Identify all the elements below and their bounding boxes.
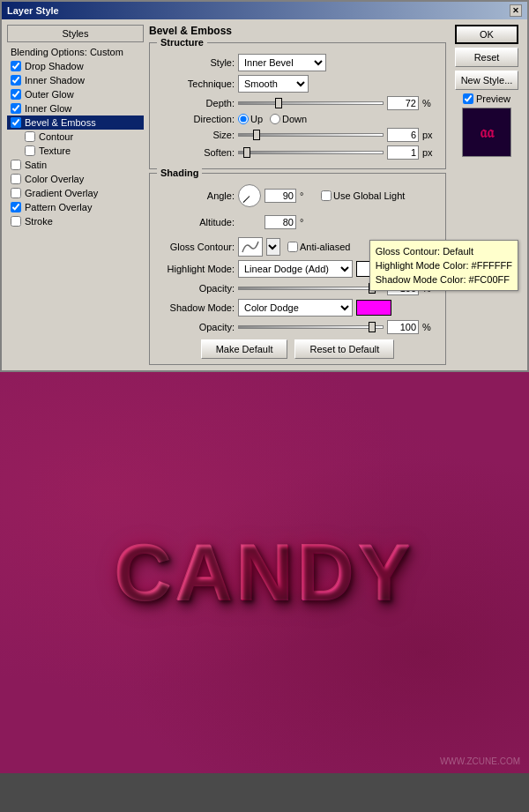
sidebar-item-outer-glow[interactable]: Outer Glow <box>7 87 144 101</box>
stroke-checkbox[interactable] <box>11 216 21 227</box>
highlight-opacity-label: Opacity: <box>155 283 235 294</box>
direction-down-option[interactable]: Down <box>270 114 307 124</box>
sidebar-item-color-overlay[interactable]: Color Overlay <box>7 172 144 186</box>
style-label: Style: <box>155 57 235 68</box>
depth-unit: % <box>422 98 440 108</box>
dialog-title: Layer Style <box>7 5 59 16</box>
shadow-mode-select[interactable]: Color Dodge Normal Multiply <box>238 299 353 317</box>
style-row: Style: Inner Bevel Outer Bevel Emboss <box>155 54 440 71</box>
satin-label: Satin <box>25 160 47 170</box>
shadow-mode-label: Shadow Mode: <box>155 302 235 313</box>
color-overlay-label: Color Overlay <box>25 174 84 184</box>
texture-checkbox[interactable] <box>25 145 35 156</box>
satin-checkbox[interactable] <box>11 160 21 170</box>
soften-slider[interactable] <box>238 147 384 158</box>
color-overlay-checkbox[interactable] <box>11 174 21 184</box>
sidebar-item-satin[interactable]: Satin <box>7 158 144 172</box>
left-panel: Styles Blending Options: Custom Drop Sha… <box>7 25 144 365</box>
shadow-opacity-slider[interactable] <box>238 322 384 332</box>
preview-label-text: Preview <box>476 93 510 104</box>
outer-glow-label: Outer Glow <box>25 89 74 100</box>
canvas-area: CANDY WWW.ZCUNE.COM <box>0 372 529 773</box>
title-bar: Layer Style ✕ <box>2 2 527 19</box>
style-select[interactable]: Inner Bevel Outer Bevel Emboss <box>238 54 326 71</box>
contour-preview-icon <box>241 240 260 254</box>
technique-label: Technique: <box>155 78 235 89</box>
use-global-light-checkbox[interactable] <box>321 190 332 201</box>
middle-panel: Bevel & Emboss Structure Style: Inner Be… <box>149 25 446 365</box>
highlight-opacity-slider[interactable] <box>238 283 384 294</box>
styles-header[interactable]: Styles <box>7 25 144 42</box>
sidebar-item-pattern-overlay[interactable]: Pattern Overlay <box>7 200 144 214</box>
drop-shadow-label: Drop Shadow <box>25 61 84 71</box>
texture-label: Texture <box>39 145 71 156</box>
tooltip-line1: Gloss Contour: Default <box>376 244 512 258</box>
sidebar-item-inner-shadow[interactable]: Inner Shadow <box>7 73 144 87</box>
angle-input[interactable] <box>264 189 296 203</box>
bevel-emboss-checkbox[interactable] <box>11 117 21 128</box>
structure-title: Structure <box>157 37 207 48</box>
pattern-overlay-label: Pattern Overlay <box>25 202 92 212</box>
direction-up-option[interactable]: Up <box>238 114 263 124</box>
anti-aliased-checkbox[interactable] <box>287 242 298 252</box>
technique-select[interactable]: Smooth Chisel Hard Chisel Soft <box>238 75 309 93</box>
direction-up-radio[interactable] <box>238 114 249 124</box>
new-style-button[interactable]: New Style... <box>455 71 518 90</box>
shadow-opacity-input[interactable] <box>387 320 419 334</box>
angle-unit: ° <box>300 190 317 201</box>
angle-circle[interactable] <box>238 184 261 207</box>
depth-input[interactable] <box>387 96 419 110</box>
reset-button[interactable]: Reset <box>455 48 518 67</box>
inner-shadow-checkbox[interactable] <box>11 75 21 86</box>
bevel-emboss-title: Bevel & Emboss <box>149 25 446 37</box>
shading-title: Shading <box>157 168 202 178</box>
highlight-mode-select[interactable]: Linear Dodge (Add) Normal Screen <box>238 260 353 278</box>
anti-aliased-label[interactable]: Anti-aliased <box>287 242 350 252</box>
sidebar-item-contour[interactable]: Contour <box>7 130 144 144</box>
tooltip-box: Gloss Contour: Default Highlight Mode Co… <box>369 240 518 291</box>
ok-button[interactable]: OK <box>455 25 518 44</box>
altitude-input[interactable] <box>264 215 296 229</box>
shadow-opacity-row: Opacity: % <box>155 320 440 334</box>
direction-down-radio[interactable] <box>270 114 280 124</box>
gradient-overlay-label: Gradient Overlay <box>25 188 98 198</box>
highlight-mode-label: Highlight Mode: <box>155 264 235 274</box>
contour-checkbox[interactable] <box>25 131 35 142</box>
outer-glow-checkbox[interactable] <box>11 89 21 100</box>
soften-unit: px <box>422 147 440 158</box>
tooltip-line2: Highlight Mode Color: #FFFFFF <box>376 258 512 272</box>
gloss-contour-box[interactable] <box>238 237 263 257</box>
preview-icon-text: 𝔞𝔞 <box>480 123 494 142</box>
make-default-button[interactable]: Make Default <box>201 339 288 359</box>
dialog-body: Styles Blending Options: Custom Drop Sha… <box>2 19 527 370</box>
soften-row: Soften: px <box>155 145 440 160</box>
contour-dropdown[interactable]: ▼ <box>266 238 280 256</box>
close-button[interactable]: ✕ <box>510 4 522 17</box>
watermark: WWW.ZCUNE.COM <box>440 756 520 766</box>
gradient-overlay-checkbox[interactable] <box>11 188 21 198</box>
inner-glow-label: Inner Glow <box>25 103 71 114</box>
size-input[interactable] <box>387 128 419 142</box>
sidebar-item-stroke[interactable]: Stroke <box>7 214 144 228</box>
sidebar-item-blending[interactable]: Blending Options: Custom <box>7 45 144 59</box>
drop-shadow-checkbox[interactable] <box>11 61 21 71</box>
soften-input[interactable] <box>387 145 419 160</box>
sidebar-item-bevel-emboss[interactable]: Bevel & Emboss <box>7 115 144 130</box>
preview-checkbox[interactable] <box>463 93 473 104</box>
inner-shadow-label: Inner Shadow <box>25 75 85 86</box>
sidebar-item-drop-shadow[interactable]: Drop Shadow <box>7 59 144 73</box>
use-global-light-label[interactable]: Use Global Light <box>321 190 405 201</box>
size-slider[interactable] <box>238 130 384 140</box>
pattern-overlay-checkbox[interactable] <box>11 202 21 212</box>
direction-radio-group: Up Down <box>238 114 307 124</box>
inner-glow-checkbox[interactable] <box>11 103 21 114</box>
direction-row: Direction: Up Down <box>155 114 440 124</box>
depth-slider[interactable] <box>238 98 384 108</box>
sidebar-item-inner-glow[interactable]: Inner Glow <box>7 101 144 115</box>
preview-box: 𝔞𝔞 <box>462 108 511 157</box>
sidebar-item-gradient-overlay[interactable]: Gradient Overlay <box>7 186 144 200</box>
angle-label: Angle: <box>155 190 235 201</box>
shadow-color-swatch[interactable] <box>356 300 391 316</box>
reset-to-default-button[interactable]: Reset to Default <box>294 339 394 359</box>
sidebar-item-texture[interactable]: Texture <box>7 144 144 158</box>
